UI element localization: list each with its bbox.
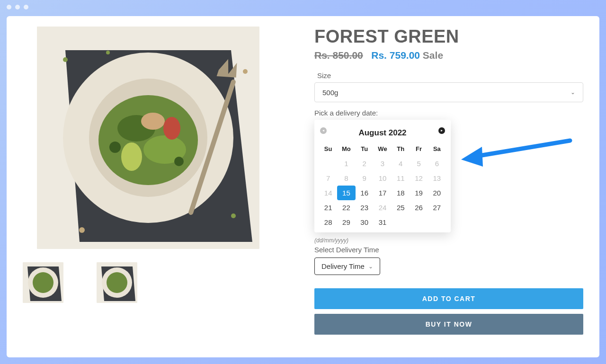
calendar-day: 6 — [428, 156, 446, 171]
calendar-day: 13 — [428, 171, 446, 186]
product-title: FOREST GREEN — [314, 27, 583, 47]
svg-point-13 — [63, 57, 68, 62]
svg-point-8 — [121, 142, 142, 171]
svg-point-9 — [163, 117, 180, 140]
calendar-day: 8 — [337, 171, 355, 186]
calendar-day[interactable]: 23 — [356, 200, 374, 215]
size-label: Size — [317, 71, 583, 80]
size-value: 500g — [322, 89, 338, 97]
calendar-dow: Fr — [410, 141, 428, 156]
calendar-day[interactable]: 20 — [428, 186, 446, 200]
calendar-day: 10 — [374, 171, 392, 186]
sale-price: Rs. 759.00 — [371, 50, 420, 61]
calendar-day: 2 — [356, 156, 374, 171]
calendar-day: 24 — [374, 200, 392, 215]
svg-point-14 — [243, 69, 248, 74]
size-select[interactable]: 500g ⌄ — [314, 82, 583, 102]
svg-point-10 — [109, 142, 121, 153]
calendar-day[interactable]: 25 — [392, 200, 410, 215]
calendar-day: 3 — [374, 156, 392, 171]
calendar-dow: Sa — [428, 141, 446, 156]
calendar-day: 5 — [410, 156, 428, 171]
svg-point-11 — [174, 157, 184, 166]
calendar-day[interactable]: 22 — [337, 200, 355, 215]
chevron-right-icon: ▸ — [441, 129, 443, 133]
svg-point-25 — [107, 272, 127, 293]
calendar-day[interactable]: 15 — [337, 186, 355, 200]
calendar-day: 11 — [392, 171, 410, 186]
calendar-prev-button: ◂ — [320, 127, 327, 134]
calendar-dow: We — [374, 141, 392, 156]
product-thumbnail-2[interactable] — [97, 262, 137, 303]
svg-point-15 — [79, 227, 85, 233]
calendar-day — [392, 215, 410, 230]
calendar-day: 7 — [319, 171, 337, 186]
svg-point-4 — [98, 95, 198, 185]
calendar-dow: Tu — [356, 141, 374, 156]
svg-point-7 — [141, 113, 165, 130]
calendar-day[interactable]: 28 — [319, 215, 337, 230]
old-price: Rs. 850.00 — [314, 50, 363, 61]
calendar-day — [428, 215, 446, 230]
buy-it-now-button[interactable]: BUY IT NOW — [314, 314, 583, 335]
calendar-next-button[interactable]: ▸ — [438, 127, 445, 134]
calendar-day: 14 — [319, 186, 337, 200]
calendar: ◂ August 2022 ▸ SuMoTuWeThFrSa1234567891… — [314, 120, 451, 232]
window-controls — [7, 5, 28, 9]
product-thumbnail-1[interactable] — [23, 262, 63, 303]
pick-date-label: Pick a delivery date: — [314, 109, 583, 117]
calendar-dow: Mo — [337, 141, 355, 156]
delivery-time-select[interactable]: Delivery Time ⌄ — [314, 257, 380, 275]
calendar-day — [319, 156, 337, 171]
calendar-dow: Th — [392, 141, 410, 156]
calendar-day[interactable]: 27 — [428, 200, 446, 215]
calendar-day: 4 — [392, 156, 410, 171]
calendar-day[interactable]: 26 — [410, 200, 428, 215]
calendar-day: 12 — [410, 171, 428, 186]
calendar-day[interactable]: 31 — [374, 215, 392, 230]
delivery-time-label: Select Delivery Time — [314, 246, 583, 254]
calendar-day[interactable]: 30 — [356, 215, 374, 230]
chevron-down-icon: ⌄ — [570, 89, 575, 96]
calendar-day[interactable]: 17 — [374, 186, 392, 200]
svg-point-17 — [106, 51, 110, 54]
price-row: Rs. 850.00 Rs. 759.00 Sale — [314, 50, 583, 61]
sale-label: Sale — [423, 50, 443, 61]
calendar-dow: Su — [319, 141, 337, 156]
calendar-day[interactable]: 29 — [337, 215, 355, 230]
add-to-cart-button[interactable]: ADD TO CART — [314, 288, 583, 309]
calendar-title: August 2022 — [358, 128, 406, 138]
calendar-day[interactable]: 16 — [356, 186, 374, 200]
svg-point-21 — [33, 272, 53, 293]
calendar-day[interactable]: 18 — [392, 186, 410, 200]
chevron-down-icon: ⌄ — [368, 263, 373, 270]
calendar-day: 9 — [356, 171, 374, 186]
delivery-time-value: Delivery Time — [321, 262, 365, 270]
calendar-day — [410, 215, 428, 230]
product-image-main — [37, 27, 259, 249]
calendar-day[interactable]: 21 — [319, 200, 337, 215]
svg-point-16 — [231, 213, 236, 218]
date-format-hint: (dd/mm/yyyy) — [314, 237, 583, 244]
calendar-day: 1 — [337, 156, 355, 171]
calendar-day[interactable]: 19 — [410, 186, 428, 200]
chevron-left-icon: ◂ — [322, 129, 324, 133]
